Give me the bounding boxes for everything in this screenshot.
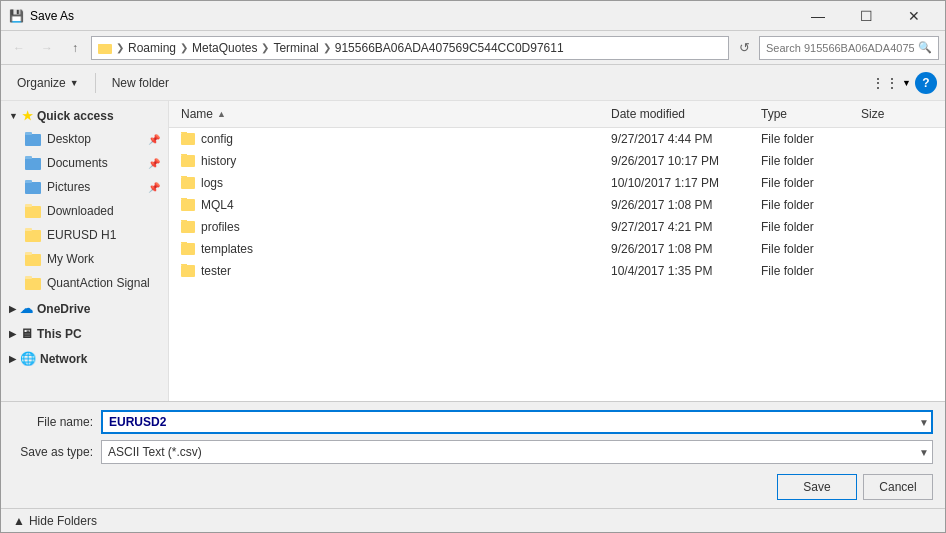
col-name-header[interactable]: Name ▲ <box>177 103 607 125</box>
svg-rect-7 <box>25 182 41 194</box>
folder-icon <box>181 177 195 189</box>
bottom-area: File name: ▼ Save as type: ASCII Text (*… <box>1 401 945 508</box>
file-date-cell: 10/10/2017 1:17 PM <box>607 176 757 190</box>
file-type-cell: File folder <box>757 242 857 256</box>
sidebar-item-eurusd-label: EURUSD H1 <box>47 228 116 242</box>
sidebar-item-my-work-label: My Work <box>47 252 94 266</box>
section-arrow-icon: ▼ <box>9 111 18 121</box>
svg-rect-4 <box>25 132 32 135</box>
title-bar: 💾 Save As — ☐ ✕ <box>1 1 945 31</box>
path-metaquotes: MetaQuotes <box>192 41 257 55</box>
sidebar-item-pictures[interactable]: Pictures 📌 <box>1 175 168 199</box>
folder-icon <box>181 133 195 145</box>
section-arrow-network-icon: ▶ <box>9 354 16 364</box>
up-button[interactable]: ↑ <box>63 36 87 60</box>
hide-folders-button[interactable]: ▲ Hide Folders <box>9 512 101 530</box>
title-bar-controls: — ☐ ✕ <box>795 1 937 31</box>
svg-rect-8 <box>25 180 32 183</box>
back-button[interactable]: ← <box>7 36 31 60</box>
svg-rect-13 <box>25 254 41 266</box>
path-folder-icon <box>98 42 112 54</box>
sidebar-item-downloaded[interactable]: Downloaded <box>1 199 168 223</box>
saveas-select[interactable]: ASCII Text (*.csv) <box>101 440 933 464</box>
buttons-row: Save Cancel <box>13 470 933 500</box>
organize-arrow-icon: ▼ <box>70 78 79 88</box>
file-type-cell: File folder <box>757 154 857 168</box>
svg-rect-10 <box>25 204 32 207</box>
folder-icon <box>181 155 195 167</box>
cancel-button[interactable]: Cancel <box>863 474 933 500</box>
folder-icon <box>181 199 195 211</box>
search-box[interactable]: 🔍 <box>759 36 939 60</box>
saveas-row: Save as type: ASCII Text (*.csv) ▼ <box>13 440 933 464</box>
col-type-header[interactable]: Type <box>757 103 857 125</box>
svg-rect-11 <box>25 230 41 242</box>
path-arrow-2: ❯ <box>180 42 188 53</box>
main-content: ▼ ★ Quick access Desktop 📌 Documents 📌 P… <box>1 101 945 401</box>
sidebar-item-eurusd-h1[interactable]: EURUSD H1 <box>1 223 168 247</box>
path-terminal: Terminal <box>273 41 318 55</box>
table-row[interactable]: templates 9/26/2017 1:08 PM File folder <box>169 238 945 260</box>
col-name-label: Name <box>181 107 213 121</box>
pin-icon-documents: 📌 <box>148 158 160 169</box>
this-pc-header[interactable]: ▶ 🖥 This PC <box>1 322 168 345</box>
sidebar-section-onedrive: ▶ ☁ OneDrive <box>1 297 168 320</box>
filename-row: File name: ▼ <box>13 410 933 434</box>
table-row[interactable]: config 9/27/2017 4:44 PM File folder <box>169 128 945 150</box>
filename-input-wrapper: ▼ <box>101 410 933 434</box>
quick-access-header[interactable]: ▼ ★ Quick access <box>1 105 168 127</box>
path-roaming: Roaming <box>128 41 176 55</box>
table-row[interactable]: logs 10/10/2017 1:17 PM File folder <box>169 172 945 194</box>
file-list-header: Name ▲ Date modified Type Size <box>169 101 945 128</box>
sidebar-item-desktop[interactable]: Desktop 📌 <box>1 127 168 151</box>
path-arrow-3: ❯ <box>261 42 269 53</box>
sidebar-item-desktop-label: Desktop <box>47 132 91 146</box>
filename-input[interactable] <box>101 410 933 434</box>
help-button[interactable]: ? <box>915 72 937 94</box>
file-type-cell: File folder <box>757 176 857 190</box>
documents-folder-icon <box>25 156 41 170</box>
folder-icon <box>181 265 195 277</box>
view-button[interactable]: ⋮⋮ <box>872 70 898 96</box>
file-name-cell: config <box>177 132 607 146</box>
search-input[interactable] <box>766 42 914 54</box>
title-bar-left: 💾 Save As <box>9 9 74 23</box>
table-row[interactable]: MQL4 9/26/2017 1:08 PM File folder <box>169 194 945 216</box>
file-type-cell: File folder <box>757 198 857 212</box>
forward-button[interactable]: → <box>35 36 59 60</box>
section-arrow-onedrive-icon: ▶ <box>9 304 16 314</box>
file-date-cell: 10/4/2017 1:35 PM <box>607 264 757 278</box>
col-size-header[interactable]: Size <box>857 103 937 125</box>
minimize-button[interactable]: — <box>795 1 841 31</box>
sidebar-item-documents[interactable]: Documents 📌 <box>1 151 168 175</box>
sidebar-section-quick-access: ▼ ★ Quick access Desktop 📌 Documents 📌 P… <box>1 105 168 295</box>
table-row[interactable]: profiles 9/27/2017 4:21 PM File folder <box>169 216 945 238</box>
close-button[interactable]: ✕ <box>891 1 937 31</box>
refresh-button[interactable]: ↺ <box>733 37 755 59</box>
file-type-cell: File folder <box>757 264 857 278</box>
sidebar-item-my-work[interactable]: My Work <box>1 247 168 271</box>
col-type-label: Type <box>761 107 787 121</box>
file-name-cell: history <box>177 154 607 168</box>
network-header[interactable]: ▶ 🌐 Network <box>1 347 168 370</box>
table-row[interactable]: history 9/26/2017 10:17 PM File folder <box>169 150 945 172</box>
status-bar: ▲ Hide Folders <box>1 508 945 532</box>
sidebar: ▼ ★ Quick access Desktop 📌 Documents 📌 P… <box>1 101 169 401</box>
save-button[interactable]: Save <box>777 474 857 500</box>
organize-button[interactable]: Organize ▼ <box>9 70 87 96</box>
onedrive-header[interactable]: ▶ ☁ OneDrive <box>1 297 168 320</box>
network-label: Network <box>40 352 87 366</box>
col-date-header[interactable]: Date modified <box>607 103 757 125</box>
table-row[interactable]: tester 10/4/2017 1:35 PM File folder <box>169 260 945 282</box>
file-type-cell: File folder <box>757 132 857 146</box>
sidebar-item-quantaction-label: QuantAction Signal <box>47 276 150 290</box>
cancel-label: Cancel <box>879 480 916 494</box>
file-list: Name ▲ Date modified Type Size config 9 <box>169 101 945 401</box>
address-path[interactable]: ❯ Roaming ❯ MetaQuotes ❯ Terminal ❯ 9155… <box>91 36 729 60</box>
address-bar: ← → ↑ ❯ Roaming ❯ MetaQuotes ❯ Terminal … <box>1 31 945 65</box>
maximize-button[interactable]: ☐ <box>843 1 889 31</box>
sidebar-item-documents-label: Documents <box>47 156 108 170</box>
sidebar-item-quantaction[interactable]: QuantAction Signal <box>1 271 168 295</box>
my-work-folder-icon <box>25 252 41 266</box>
new-folder-button[interactable]: New folder <box>104 70 177 96</box>
